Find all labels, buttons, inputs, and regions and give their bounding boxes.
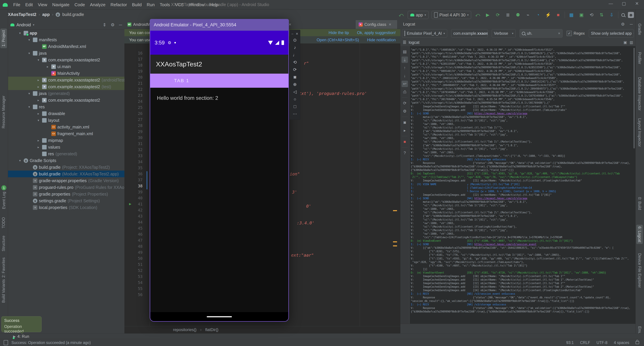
rotate-right-icon[interactable]: ⟳ [290,66,300,73]
tree-item-proguard-rules-pro[interactable]: ≡proguard-rules.pro(ProGuard Rules for X… [8,184,124,191]
profile-avatar[interactable]: ☻ [628,12,634,18]
breadcrumb-project[interactable]: XXAosTapTest2 [5,12,36,17]
clear-search-icon[interactable]: ✕ [558,32,560,35]
tree-item-local-properties[interactable]: ≡local.properties(SDK Location) [8,204,124,211]
tool-window-button-build-variants[interactable]: Build Variants [0,278,7,304]
tool-window-button-0-build[interactable]: 0: Build [636,196,643,212]
run-tool-window-bar[interactable]: ▶ 4: Run [0,334,644,339]
menu-view[interactable]: View [36,2,50,8]
editor-breadcrumb-bar[interactable]: repositories{}›flatDir{} [124,326,400,333]
debug-button[interactable]: ⚉ [514,12,522,18]
tool-window-button-gradle[interactable]: Gradle [636,22,643,37]
emulator-screen[interactable]: 3:59 ⚙ XXAosTapTest2 TAB 1 Hello world f… [150,31,289,322]
tree-item-fragment-main-xml[interactable]: <>fragment_main.xml [8,130,124,137]
logcat-settings-gear-icon[interactable]: ⚙ [621,22,625,27]
tool-window-button-layout-inspector[interactable]: Layout Inspector [636,116,643,148]
status-message[interactable]: Success: Operation succeeded (a minute a… [12,340,91,345]
editor-tab-exampleinstrumentedtest-kt[interactable]: KExampleInstrumentedTest.kt [397,20,400,29]
screenshot-icon[interactable]: ◙ [290,73,300,81]
code-breadcrumb[interactable]: repositories{} [173,328,196,332]
sdk-manager-icon[interactable]: ⇩ [608,12,615,18]
tool-window-button-todo[interactable]: TODO [0,216,7,230]
breadcrumb-module[interactable]: app [42,12,50,17]
breadcrumb[interactable]: XXAosTapTest2 › app › g build.gradle [5,12,84,17]
home-indicator[interactable] [207,316,232,317]
gradle-sync-icon[interactable]: ⟲ [588,12,595,18]
tool-window-button-profiler[interactable]: Profiler [636,50,643,66]
run-button[interactable]: ▶ [484,12,491,18]
menu-run[interactable]: Run [144,2,157,8]
device-manager-icon[interactable]: ▣ [578,12,585,18]
attach-debugger-icon[interactable]: ⌁ [524,12,532,18]
tree-item-build-gradle[interactable]: gbuild.gradle(Module: XXAosTapTest2.app) [8,170,124,177]
tree-item-mipmap[interactable]: ▸mipmap [8,137,124,144]
menu-analyze[interactable]: Analyze [87,2,108,8]
tree-item-app[interactable]: ▾app [8,30,124,36]
caret-position[interactable]: 93:1 [566,340,574,345]
print-icon[interactable]: ⎙ [402,89,408,95]
restart-icon[interactable]: ⟳ [402,100,408,106]
close-tab-icon[interactable]: ✕ [389,22,392,26]
device-sync-icon[interactable]: ⇅ [598,12,605,18]
profiler-button[interactable]: ◔ [534,12,542,18]
help-icon[interactable]: ? [402,150,408,156]
regex-checkbox[interactable]: ✓ Regex [566,31,585,36]
package-selector[interactable]: com.example.xxaostap ▾ [451,29,488,38]
logcat-scrollbar[interactable] [634,48,635,148]
logcat-search-input[interactable]: uh. ✕ [520,29,562,38]
stop-button[interactable]: ■ [555,12,562,18]
run-tasks-icon[interactable]: ≣ [504,12,512,18]
project-view-header[interactable]: Android ▾ ⇕⚙─ [8,20,124,30]
sync-icon[interactable]: ⤺ [398,12,405,18]
run-gutter-icon[interactable]: ▶ [129,202,131,206]
project-structure-icon[interactable]: ▦ [568,12,575,18]
tool-window-button-6-logcat[interactable]: 6: Logcat [636,225,643,244]
more-icon[interactable]: ⋯ [290,110,300,118]
emulator-title-bar[interactable]: Android Emulator - Pixel_4_API_30:5554 [150,19,289,31]
home-icon[interactable]: ○ [290,96,300,103]
maximize-button[interactable]: ▢ [620,1,628,6]
tool-window-button-resource-manager[interactable]: Resource Manager [0,94,7,130]
screenshot-icon[interactable]: ◙ [402,119,408,126]
down-stack-icon[interactable]: ↓ [402,72,408,79]
sync-project-icon[interactable]: ⤺ [474,12,481,18]
menu-file[interactable]: File [11,2,23,8]
soft-wrap-icon[interactable]: ↩ [402,81,408,87]
banner-link[interactable]: Hide notification [367,38,396,42]
tree-item-settings-gradle[interactable]: gsettings.gradle(Project Settings) [8,198,124,204]
log-link[interactable]: https://mceext.hmsec.com/v3/session_even… [474,243,536,246]
emulator-minimize-icon[interactable]: – [292,32,294,36]
hide-panel-icon[interactable]: ─ [119,22,122,28]
device-selector[interactable]: Pixel 4 API 30 ▾ [432,11,471,19]
logcat-tab-label[interactable]: logcat [409,40,420,45]
console-settings-icon[interactable]: ▣ [624,40,627,44]
tree-item-res[interactable]: ▾res [8,104,124,110]
hamburger-icon[interactable]: ☰ [403,40,406,45]
volume-down-icon[interactable]: ♩ [290,51,300,58]
tree-item-gradle-properties[interactable]: ≡gradle.properties(Project Properties) [8,191,124,198]
tree-item-com-example-xxaostaptest2[interactable]: ▸com.example.xxaostaptest2(test) [8,83,124,90]
log-level-selector[interactable]: Verbose▾ [492,29,516,38]
close-button[interactable]: ✕ [633,1,641,6]
tree-item-drawable[interactable]: ▸drawable [8,110,124,117]
tree-item-com-example-xxaostaptest2[interactable]: ▸com.example.xxaostaptest2(androidTest) [8,77,124,83]
project-view-selector[interactable]: Android [16,22,31,27]
tree-item-mainactivity[interactable]: KMainActivity [8,70,124,77]
tree-item-java[interactable]: ▾java [8,50,124,56]
editor-tab-config-class[interactable]: KConfig.class✕ [356,20,397,29]
banner-link[interactable]: Hide the tip [328,30,349,35]
run-config-selector[interactable]: app ▾ [408,11,428,19]
tree-item-manifests[interactable]: ▾manifests [8,36,124,43]
scroll-to-end-icon[interactable]: ⤓ [402,56,408,63]
tree-item-ui-main[interactable]: ▸ui.main [8,63,124,70]
tool-window-button-database-inspector[interactable]: Database Inspector [636,76,643,112]
tree-item-com-example-xxaostaptest2[interactable]: ▸com.example.xxaostaptest2 [8,97,124,104]
console-scroll-icon[interactable]: ▥ [630,40,633,44]
tool-window-button-device-file-explorer[interactable]: Device File Explorer [636,252,643,290]
menu-edit[interactable]: Edit [23,2,36,8]
close-tab-icon[interactable]: ✕ [288,22,292,26]
breadcrumb-file[interactable]: build.gradle [62,12,84,17]
code-breadcrumb[interactable]: flatDir{} [205,328,218,332]
tree-item-java[interactable]: ▾java(generated) [8,90,124,97]
tab-1[interactable]: TAB 1 [174,78,189,83]
